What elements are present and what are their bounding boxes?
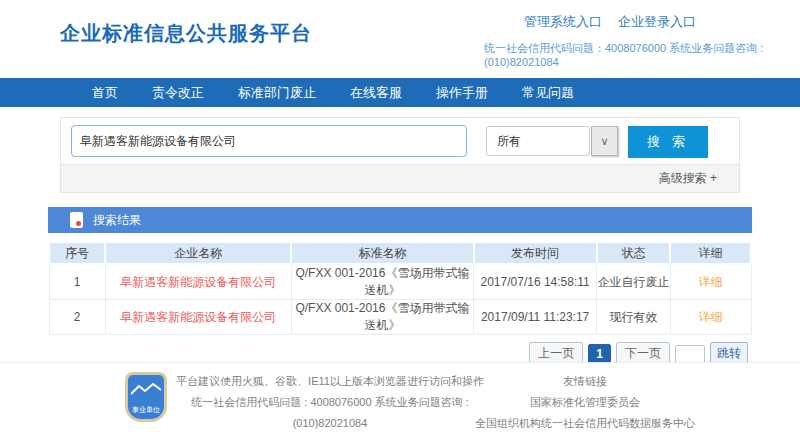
results-title: 搜索结果 — [93, 212, 141, 229]
footer-line-hotline: 统一社会信用代码问题 : 4008076000 系统业务问题咨询 :(010)8… — [165, 392, 495, 434]
published-time: 2017/07/16 14:58:11 — [474, 264, 597, 300]
search-button[interactable]: 搜 索 — [628, 126, 708, 158]
footer-line-browser: 平台建议使用火狐、谷歌、IE11以上版本浏览器进行访问和操作 — [165, 371, 495, 392]
search-input[interactable] — [71, 125, 467, 157]
row-no: 2 — [49, 300, 105, 335]
results-table: 序号 企业名称 标准名称 发布时间 状态 详细 1 阜新遇客新能源设备有限公司 … — [48, 241, 752, 335]
nav-item-dept-abolish[interactable]: 标准部门废止 — [221, 84, 333, 102]
col-header-standard: 标准名称 — [291, 242, 474, 264]
status-badge: 企业自行废止 — [597, 264, 671, 300]
row-no: 1 — [49, 264, 105, 300]
footer-link-code-center[interactable]: 全国组织机构统一社会信用代码数据服务中心 — [470, 413, 700, 434]
public-institution-badge: 事业单位 — [125, 372, 167, 422]
badge-label: 事业单位 — [128, 405, 164, 415]
greatwall-icon — [131, 382, 161, 396]
current-page-button[interactable]: 1 — [588, 344, 611, 364]
results-header-bar: 搜索结果 — [48, 207, 752, 233]
nav-item-online-service[interactable]: 在线客服 — [333, 84, 419, 102]
filter-select[interactable]: 所有 — [486, 126, 590, 156]
enterprise-login-link[interactable]: 企业登录入口 — [618, 13, 696, 31]
search-panel: 所有 ∨ 搜 索 — [60, 117, 740, 165]
detail-link[interactable]: 详细 — [699, 310, 723, 324]
table-header-row: 序号 企业名称 标准名称 发布时间 状态 详细 — [49, 242, 751, 264]
published-time: 2017/09/11 11:23:17 — [474, 300, 597, 335]
footer-link-sac[interactable]: 国家标准化管理委员会 — [470, 392, 700, 413]
col-header-detail: 详细 — [670, 242, 751, 264]
admin-entry-link[interactable]: 管理系统入口 — [524, 13, 602, 31]
col-header-status: 状态 — [597, 242, 671, 264]
standard-name: Q/FXX 001-2016《雪场用带式输送机》 — [291, 300, 474, 335]
page-title: 企业标准信息公共服务平台 — [60, 20, 312, 47]
jump-page-input[interactable] — [675, 345, 705, 363]
nav-item-rectification[interactable]: 责令改正 — [135, 84, 221, 102]
advanced-search-link[interactable]: 高级搜索 + — [659, 165, 717, 191]
footer-links-column: 友情链接 国家标准化管理委员会 全国组织机构统一社会信用代码数据服务中心 — [470, 371, 700, 434]
standard-name: Q/FXX 001-2016《雪场用带式输送机》 — [291, 264, 474, 300]
document-icon — [70, 212, 83, 228]
status-badge: 现行有效 — [597, 300, 671, 335]
footer-center-text: 平台建议使用火狐、谷歌、IE11以上版本浏览器进行访问和操作 统一社会信用代码问… — [165, 371, 495, 438]
chevron-down-icon[interactable]: ∨ — [591, 126, 618, 156]
header-links: 管理系统入口 企业登录入口 — [524, 13, 696, 31]
table-row: 2 阜新遇客新能源设备有限公司 Q/FXX 001-2016《雪场用带式输送机》… — [49, 300, 751, 335]
col-header-company: 企业名称 — [105, 242, 291, 264]
footer: 事业单位 平台建议使用火狐、谷歌、IE11以上版本浏览器进行访问和操作 统一社会… — [0, 362, 800, 438]
hotline-info: 统一社会信用代码问题：4008076000 系统业务问题咨询 :(010)820… — [484, 41, 800, 68]
col-header-published: 发布时间 — [474, 242, 597, 264]
col-header-no: 序号 — [49, 242, 105, 264]
nav-item-manual[interactable]: 操作手册 — [419, 84, 505, 102]
advanced-search-strip: 高级搜索 + — [60, 165, 740, 193]
page: 企业标准信息公共服务平台 管理系统入口 企业登录入口 统一社会信用代码问题：40… — [0, 0, 800, 438]
company-link[interactable]: 阜新遇客新能源设备有限公司 — [120, 310, 276, 324]
nav-item-faq[interactable]: 常见问题 — [505, 84, 591, 102]
table-row: 1 阜新遇客新能源设备有限公司 Q/FXX 001-2016《雪场用带式输送机》… — [49, 264, 751, 300]
main-nav: 首页 责令改正 标准部门废止 在线客服 操作手册 常见问题 — [0, 78, 800, 107]
company-link[interactable]: 阜新遇客新能源设备有限公司 — [120, 275, 276, 289]
footer-line-copyright: 版权所有 : 中国国家标准化管理委员会 京ICP备09001239号-5 — [165, 434, 495, 438]
friend-links-title: 友情链接 — [470, 371, 700, 392]
detail-link[interactable]: 详细 — [699, 275, 723, 289]
results-section: 搜索结果 序号 企业名称 标准名称 发布时间 状态 详细 1 阜新遇客新能源设备… — [48, 207, 752, 365]
nav-item-home[interactable]: 首页 — [75, 84, 135, 102]
